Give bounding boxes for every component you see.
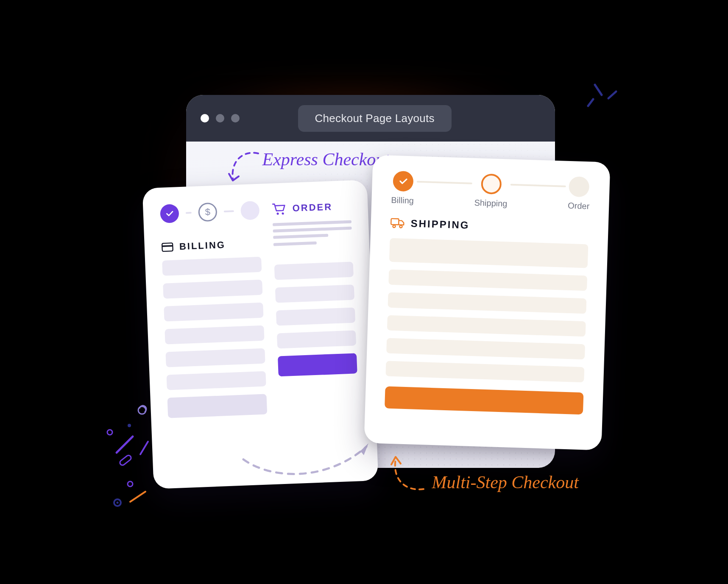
order-section-header: ORDER [272,200,351,216]
placeholder-field [165,348,265,367]
placeholder-field [166,371,266,390]
express-stepper: $ [160,201,260,223]
placeholder-field [274,261,353,280]
svg-rect-4 [391,219,399,225]
step-order[interactable]: Order [567,176,590,211]
step-dollar-icon: $ [198,203,218,222]
shipping-label: SHIPPING [410,217,470,231]
placeholder-line [272,220,351,226]
placeholder-line [273,227,351,233]
order-label: ORDER [292,201,332,214]
billing-label: BILLING [179,239,226,252]
placeholder-field [165,325,264,345]
submit-button[interactable] [278,353,357,376]
placeholder-line [273,242,316,246]
dot-close-icon [201,114,209,122]
card-icon [161,242,173,252]
svg-point-9 [107,430,112,435]
svg-point-8 [128,424,131,427]
placeholder-field [276,307,355,325]
billing-section-header: BILLING [161,238,261,253]
dot-max-icon [231,114,240,122]
step-label: Billing [391,195,414,206]
step-label: Shipping [474,198,508,209]
dot-min-icon [216,114,224,122]
placeholder-field [387,315,586,337]
svg-rect-1 [162,245,173,247]
step-pending-icon [240,201,259,220]
svg-point-15 [116,502,118,504]
placeholder-field [388,270,587,291]
step-active-icon [481,173,502,194]
svg-line-11 [140,442,148,454]
placeholder-line [273,234,328,239]
truck-icon [390,217,405,229]
svg-point-2 [276,213,279,215]
svg-rect-12 [119,454,132,466]
placeholder-field [275,284,354,303]
placeholder-field [164,303,263,322]
step-billing[interactable]: Billing [391,171,415,206]
step-label: Order [567,201,589,211]
placeholder-field [276,330,356,348]
placeholder-field [162,257,262,276]
placeholder-field [389,238,588,268]
window-titlebar: Checkout Page Layouts [186,95,555,142]
traffic-lights [201,114,240,122]
svg-point-3 [282,212,284,214]
svg-point-6 [399,225,402,228]
cart-icon [272,202,287,215]
decorative-doodles [106,396,195,523]
check-icon [392,171,413,192]
placeholder-field [386,338,585,360]
multi-annotation: Multi-Step Checkout [432,472,579,492]
multistep-checkout-card: Billing Shipping Order SHIPPING [364,155,610,450]
svg-rect-0 [162,243,173,251]
multistep-stepper: Billing Shipping Order [391,171,590,211]
step-shipping[interactable]: Shipping [474,173,508,209]
continue-button[interactable] [385,387,583,415]
svg-point-13 [128,481,133,487]
step-idle-icon [569,176,589,197]
placeholder-field [163,280,262,299]
placeholder-field [388,292,586,314]
step-done-icon [160,204,179,223]
shipping-section-header: SHIPPING [390,217,589,235]
svg-line-16 [130,492,145,502]
svg-point-5 [393,225,395,228]
decorative-sparks-icon [585,78,623,112]
placeholder-field [385,361,584,383]
page-title: Checkout Page Layouts [298,105,452,132]
svg-line-10 [117,437,133,453]
